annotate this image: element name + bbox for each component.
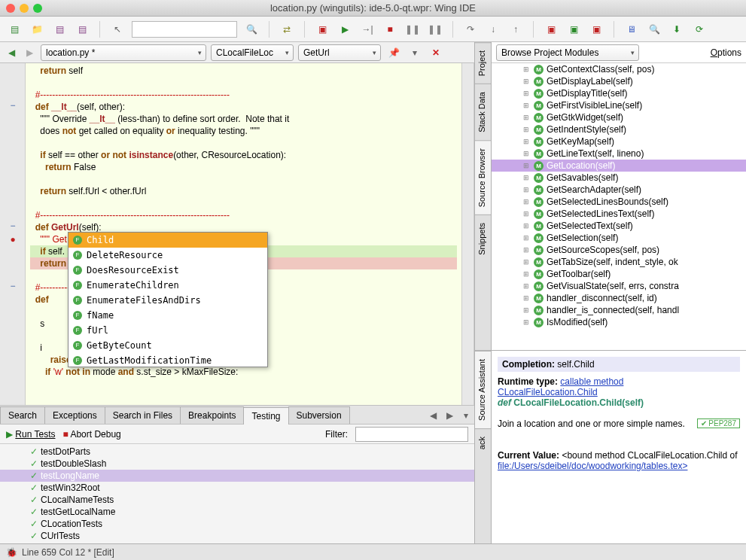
stop-icon[interactable]: ■ [382,21,398,38]
tree-method[interactable]: ⊞MGetVisualState(self, errs, constra [492,280,746,292]
tree-method[interactable]: ⊞Mhandler_is_connected(self, handl [492,304,746,316]
pin-icon[interactable]: 📌 [385,44,402,61]
code-editor[interactable]: − − ● − return self #-------------------… [0,63,474,405]
monitor-icon[interactable]: 🖥 [623,21,640,38]
completion-item[interactable]: FDoesResourceExist [69,263,267,278]
search-icon[interactable]: 🔍 [243,21,260,38]
file-combo[interactable]: location.py * [41,44,206,61]
tree-method[interactable]: ⊞MGetFirstVisibleLine(self) [492,99,746,111]
vtab-source-browser[interactable]: Source Browser [475,140,491,215]
tree-method[interactable]: ⊞MGetTabSize(self, indent_style, ok [492,256,746,268]
completion-item[interactable]: FEnumerateFilesAndDirs [69,293,267,308]
new-file-icon[interactable]: ▤ [6,21,23,38]
tree-method[interactable]: ⊞MGetSelection(self) [492,232,746,244]
tree-method[interactable]: ⊞MGetDisplayLabel(self) [492,75,746,87]
runtime-link1[interactable]: callable method [560,376,623,387]
tab-testing[interactable]: Testing [243,407,288,425]
member-combo[interactable]: GetUrl [298,44,381,61]
test-row[interactable]: ✓testLongName [0,470,474,482]
goto-icon[interactable]: ↖ [109,21,126,38]
tree-method[interactable]: ⊞MGetLineText(self, lineno) [492,148,746,160]
completion-item[interactable]: FEnumerateChildren [69,278,267,293]
tab-exceptions[interactable]: Exceptions [44,406,105,424]
tree-method[interactable]: ⊞MGetIndentStyle(self) [492,123,746,135]
stop-file-icon[interactable]: ▣ [314,21,330,38]
test-row[interactable]: ✓testDoubleSlash [0,458,474,470]
tree-method[interactable]: ⊞Mhandler_disconnect(self, id) [492,292,746,304]
replace-icon[interactable]: ⇄ [279,21,295,38]
vtab-ack[interactable]: ack [475,428,491,457]
step-out-icon[interactable]: ↑ [507,21,524,38]
close-tab-icon[interactable]: ✕ [428,44,444,61]
tree-method[interactable]: ⊞MGetKeyMap(self) [492,135,746,148]
test-row[interactable]: ✓testDotParts [0,446,474,458]
tree-method[interactable]: ⊞MGetSearchAdapter(self) [492,184,746,196]
vtab-project[interactable]: Project [475,42,491,84]
gutter[interactable]: − − ● − [0,63,26,405]
tree-method[interactable]: ⊞MGetContextClass(self, pos) [492,63,746,75]
tabs-left-icon[interactable]: ◀ [425,407,441,424]
step-icon[interactable]: →| [359,21,376,38]
completion-item[interactable]: FfName [69,308,267,323]
nav-back-icon[interactable]: ◀ [5,46,18,59]
tree-method[interactable]: ⊞MGetDisplayTitle(self) [492,87,746,99]
tree-method[interactable]: ⊞MGetLocation(self) [492,160,746,172]
completion-item[interactable]: FfUrl [69,323,267,338]
tab-breakpoints[interactable]: Breakpoints [180,406,244,424]
test-row[interactable]: ✓CLocalNameTests [0,494,474,506]
tabs-menu-icon[interactable]: ▾ [458,407,474,424]
abort-debug-button[interactable]: ■ Abort Debug [62,429,120,440]
options-link[interactable]: OOptionsptions [711,47,741,58]
save-all-icon[interactable]: ▤ [74,21,90,38]
completion-item[interactable]: FGetByteCount [69,338,267,353]
runtime-link2[interactable]: CLocalFileLocation.Child [498,387,598,397]
tabs-right-icon[interactable]: ▶ [441,407,458,424]
completion-popup[interactable]: FChildFDeleteResourceFDoesResourceExistF… [68,232,268,367]
completion-item[interactable]: FChild [69,233,267,248]
pause-icon[interactable]: ❚❚ [404,21,421,38]
step-into-icon[interactable]: ↓ [485,21,501,38]
vtab-stack-data[interactable]: Stack Data [475,84,491,140]
tree-method[interactable]: ⊞MGetGtkWidget(self) [492,111,746,123]
editor-scrollbar[interactable] [461,63,473,405]
run-icon[interactable]: ▶ [336,21,353,38]
vtab-snippets[interactable]: Snippets [475,215,491,263]
tree-method[interactable]: ⊞MGetSelectedLinesBounds(self) [492,196,746,208]
tests-tree[interactable]: ✓testDotParts✓testDoubleSlash✓testLongNa… [0,444,474,543]
search-input[interactable] [132,21,237,38]
scope-combo[interactable]: CLocalFileLoc [211,44,294,61]
completion-item[interactable]: FGetLastModificationTime [69,353,267,367]
tree-method[interactable]: ⊞MGetSelectedLinesText(self) [492,208,746,220]
run-tests-button[interactable]: ▶ Run Tests [6,429,55,440]
breakpoint2-icon[interactable]: ▣ [565,21,582,38]
save-icon[interactable]: ▤ [51,21,68,38]
open-file-icon[interactable]: 📁 [29,21,45,38]
test-row[interactable]: ✓CUrlTests [0,530,474,542]
tree-method[interactable]: ⊞MGetSelectedText(self) [492,220,746,232]
menu-icon[interactable]: ▾ [406,44,423,61]
vtab-source-assistant[interactable]: Source Assistant [475,351,491,428]
tree-method[interactable]: ⊞MGetSourceScopes(self, pos) [492,244,746,256]
filter-input[interactable] [355,427,468,442]
breakpoint3-icon[interactable]: ▣ [588,21,604,38]
browse-mode-combo[interactable]: Browse Project Modules [496,44,639,61]
test-row[interactable]: ✓testWin32Root [0,482,474,494]
tab-subversion[interactable]: Subversion [288,406,350,424]
download-icon[interactable]: ⬇ [668,21,685,38]
tab-search-in-files[interactable]: Search in Files [105,406,181,424]
step-over-icon[interactable]: ↷ [462,21,479,38]
tree-method[interactable]: ⊞MGetToolbar(self) [492,268,746,280]
refresh-icon[interactable]: ⟳ [691,21,708,38]
current-value-link[interactable]: file:/Users/sdeibel/doc/woodworking/tabl… [498,461,687,471]
breakpoint1-icon[interactable]: ▣ [543,21,559,38]
tree-method[interactable]: ⊞MIsModified(self) [492,316,746,328]
nav-fwd-icon[interactable]: ▶ [23,46,36,59]
test-row[interactable]: ✓testGetLocalName [0,506,474,518]
pause2-icon[interactable]: ❚❚ [427,21,443,38]
tab-search[interactable]: Search [0,406,45,424]
completion-item[interactable]: FDeleteResource [69,248,267,263]
tree-method[interactable]: ⊞MGetSavables(self) [492,172,746,184]
module-tree[interactable]: ⊞MGetContextClass(self, pos)⊞MGetDisplay… [492,63,746,350]
test-row[interactable]: ✓CLocationTests [0,518,474,530]
search2-icon[interactable]: 🔍 [646,21,662,38]
